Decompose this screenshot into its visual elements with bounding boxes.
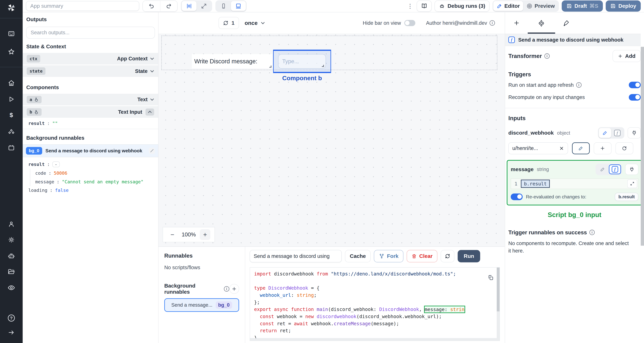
home-icon[interactable]	[8, 79, 15, 87]
center-layout-button[interactable]	[182, 1, 196, 11]
user-icon[interactable]	[8, 220, 15, 228]
draft-button[interactable]: Draft ⌘S	[562, 0, 603, 12]
eval-mode-button[interactable]	[609, 164, 621, 174]
collapse-row-button[interactable]	[146, 108, 154, 116]
add-transformer-button[interactable]: Add	[612, 50, 641, 62]
folders-icon[interactable]	[8, 268, 15, 276]
windmill-logo-icon[interactable]	[7, 3, 16, 12]
schedules-calendar-icon[interactable]	[8, 144, 15, 152]
audit-eye-icon[interactable]	[8, 284, 15, 292]
settings-gear-icon[interactable]	[8, 236, 15, 244]
bg0-row[interactable]: bg_0 Send a message to discord using web…	[23, 144, 158, 158]
reeval-label: Re-evaluated on changes to:	[526, 194, 586, 200]
app-summary-input[interactable]	[26, 1, 139, 11]
add-resource-button[interactable]	[594, 142, 611, 154]
info-icon[interactable]: i	[490, 20, 495, 26]
fullscreen-button[interactable]	[196, 1, 211, 11]
clear-button[interactable]: Clear	[407, 250, 438, 262]
connect-plug-button[interactable]	[625, 164, 638, 175]
more-menu-button[interactable]: ⋮	[406, 3, 414, 10]
info-icon[interactable]: i	[544, 53, 550, 59]
reeval-toggle[interactable]	[511, 194, 523, 200]
preview-eye-icon	[526, 3, 532, 9]
docs-button[interactable]	[417, 0, 432, 12]
resource-picker-input[interactable]: u/henri/te...	[508, 142, 568, 154]
text-component-a[interactable]: Write Discord message:	[192, 54, 272, 68]
variables-dollar-icon[interactable]: $	[10, 112, 13, 119]
collapse-node-button[interactable]: -	[52, 162, 60, 168]
desktop-view-button[interactable]	[231, 1, 246, 11]
code-editor[interactable]: import discordwebhook from "https://deno…	[250, 267, 500, 341]
refresh-script-button[interactable]	[441, 250, 454, 262]
connect-plug-button[interactable]	[628, 127, 641, 138]
search-outputs-input[interactable]	[26, 27, 155, 38]
info-icon[interactable]: i	[590, 230, 595, 235]
resize-handle[interactable]	[270, 66, 272, 68]
undo-button[interactable]	[143, 1, 160, 12]
bg0-list-item[interactable]: Send a message... bg_0	[164, 298, 239, 312]
add-background-runnable-button[interactable]	[229, 284, 239, 294]
app-canvas[interactable]: Write Discord message: Component b − 100…	[158, 34, 505, 246]
tab-editor[interactable]: Editor	[493, 1, 523, 11]
right-panel-scrollbar[interactable]	[641, 34, 644, 343]
layout-toggle-group	[181, 0, 212, 12]
output-row-ctx[interactable]: ctx App Context	[23, 53, 158, 64]
chevron-down-icon[interactable]	[150, 97, 154, 100]
run-button[interactable]: Run	[458, 250, 480, 262]
zoom-in-button[interactable]: +	[200, 229, 210, 240]
text-input-component[interactable]	[278, 54, 326, 68]
edit-pencil-icon[interactable]	[149, 148, 155, 154]
info-icon[interactable]: i	[224, 286, 229, 292]
function-icon	[612, 166, 618, 172]
refresh-count-button[interactable]: 1	[218, 17, 239, 29]
selected-component-b[interactable]	[273, 50, 331, 73]
tab-preview[interactable]: Preview	[523, 1, 558, 11]
chevron-down-icon[interactable]	[150, 69, 154, 72]
favorites-star-icon[interactable]	[8, 48, 15, 56]
code-scrollbar-vertical[interactable]	[497, 268, 500, 340]
redo-button[interactable]	[160, 1, 178, 12]
resize-handle[interactable]	[322, 65, 324, 67]
tab-add-component[interactable]	[513, 12, 520, 34]
resources-cubes-icon[interactable]	[8, 128, 15, 136]
component-row-b[interactable]: b Text Input	[23, 106, 158, 118]
tab-styling[interactable]	[563, 12, 570, 34]
mobile-view-button[interactable]	[216, 1, 231, 11]
code-scrollbar-horizontal[interactable]	[250, 338, 497, 340]
output-row-state[interactable]: state State	[23, 65, 158, 77]
desktop-icon	[235, 3, 242, 9]
debug-runs-button[interactable]: Debug runs (3)	[434, 0, 490, 12]
text-component-label: Write Discord message:	[194, 58, 257, 65]
preview-label: Preview	[534, 3, 555, 9]
tab-component-settings[interactable]	[538, 12, 545, 34]
eval-mode-button[interactable]	[611, 128, 624, 138]
static-mode-button[interactable]	[599, 128, 611, 138]
run-on-start-toggle[interactable]	[629, 82, 641, 88]
fork-button[interactable]: Fork	[374, 250, 403, 262]
help-icon[interactable]: ?	[8, 314, 15, 322]
trigger-success-title: Trigger runnables on success	[508, 229, 587, 236]
expand-editor-icon[interactable]	[627, 180, 637, 188]
recompute-toggle[interactable]	[629, 94, 641, 100]
cache-button[interactable]: Cache	[345, 250, 370, 262]
deploy-button[interactable]: Deploy	[606, 0, 641, 12]
message-expression-editor[interactable]: 1 b.result	[511, 178, 638, 189]
chevron-down-icon[interactable]	[150, 56, 154, 60]
apps-icon[interactable]	[8, 30, 15, 38]
clear-x-icon[interactable]	[559, 146, 564, 150]
workers-robot-icon[interactable]	[8, 252, 15, 260]
hide-bar-toggle[interactable]	[404, 20, 415, 26]
copy-code-icon[interactable]	[488, 274, 494, 281]
info-icon[interactable]: i	[576, 82, 582, 88]
reeval-target-chip[interactable]: b.result	[615, 193, 638, 201]
runs-play-icon[interactable]	[8, 96, 15, 103]
static-mode-button[interactable]	[596, 164, 609, 174]
runnable-name-input[interactable]	[250, 250, 342, 262]
zoom-out-button[interactable]: −	[167, 229, 178, 240]
refresh-resource-button[interactable]	[616, 142, 633, 154]
refresh-mode-dropdown[interactable]: once	[245, 20, 265, 26]
collapse-arrow-icon[interactable]	[8, 329, 15, 336]
edit-resource-button[interactable]	[572, 142, 590, 154]
run-on-start-label: Run on start and app refresh	[508, 82, 574, 88]
component-row-a[interactable]: a Text	[23, 94, 158, 106]
